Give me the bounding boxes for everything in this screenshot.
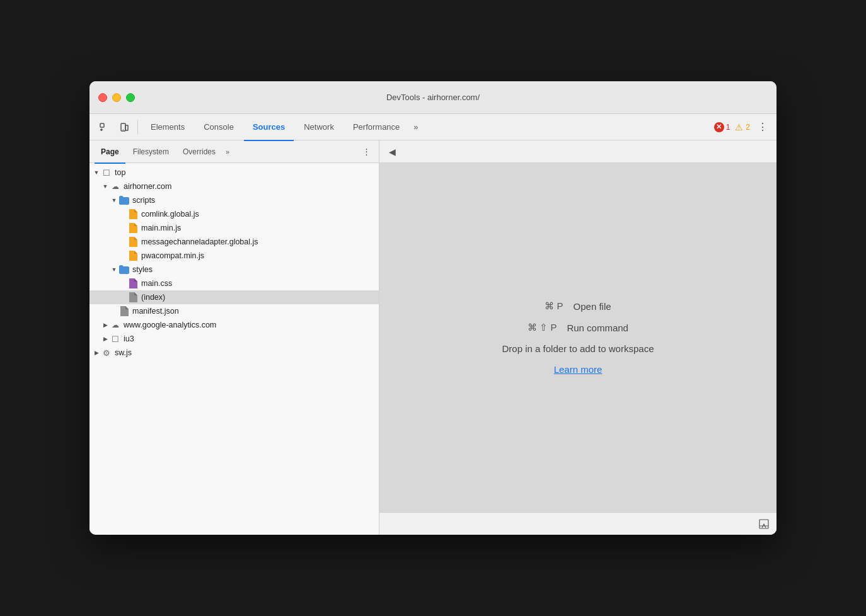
tree-label-main-min: main.min.js <box>141 224 181 232</box>
cloud-icon-google-analytics: ☁ <box>110 319 121 331</box>
right-panel: ◀ ⌘ P Open file ⌘ ⇧ P Run command Drop i… <box>379 140 777 535</box>
tree-label-airhorner: airhorner.com <box>124 182 171 191</box>
panel-dots-button[interactable]: ⋮ <box>359 144 374 159</box>
error-badge[interactable]: ✕ 1 <box>714 122 730 132</box>
sources-sidebar-toggle[interactable]: ◀ <box>384 144 400 159</box>
inspect-element-button[interactable] <box>95 118 113 136</box>
error-icon: ✕ <box>714 122 724 132</box>
tree-label-manifest: manifest.json <box>132 307 179 316</box>
right-panel-bottom <box>379 512 777 535</box>
svg-rect-0 <box>100 123 104 127</box>
tab-elements[interactable]: Elements <box>142 115 193 141</box>
arrow-iu3: ▶ <box>101 336 110 342</box>
tab-console[interactable]: Console <box>195 115 243 141</box>
svg-rect-2 <box>125 125 128 130</box>
tree-item-iu3[interactable]: ▶ ☐ iu3 <box>89 332 379 346</box>
folder-box-icon-iu3: ☐ <box>110 333 121 345</box>
warning-icon: ⚠ <box>734 122 744 132</box>
toolbar-more-tabs[interactable]: » <box>410 122 422 132</box>
window-title: DevTools - airhorner.com/ <box>386 93 480 102</box>
console-drawer-toggle[interactable] <box>756 516 771 532</box>
tree-item-airhorner[interactable]: ▼ ☁ airhorner.com <box>89 180 379 193</box>
tree-item-sw-js[interactable]: ▶ ⚙ sw.js <box>89 346 379 360</box>
tab-network[interactable]: Network <box>295 115 343 141</box>
tree-label-pwacompat: pwacompat.min.js <box>141 251 204 260</box>
file-icon-comlink <box>127 208 139 220</box>
folder-icon-styles <box>118 264 130 275</box>
more-options-button[interactable]: ⋮ <box>754 118 771 136</box>
tree-item-comlink[interactable]: comlink.global.js <box>89 207 379 221</box>
tree-item-styles[interactable]: ▼ styles <box>89 263 379 277</box>
arrow-sw-js: ▶ <box>92 350 101 356</box>
traffic-lights <box>98 93 135 102</box>
folder-icon-scripts <box>118 195 130 206</box>
shortcut-open-file: ⌘ P Open file <box>545 300 611 312</box>
tree-label-scripts: scripts <box>132 196 155 205</box>
toolbar-divider-1 <box>137 120 138 134</box>
arrow-scripts: ▼ <box>110 197 118 203</box>
file-icon-main-css <box>127 278 139 289</box>
tree-label-top: top <box>115 168 125 177</box>
svg-point-3 <box>123 129 124 130</box>
tree-item-top[interactable]: ▼ ☐ top <box>89 166 379 180</box>
device-toggle-button[interactable] <box>115 118 134 136</box>
tree-item-pwacompat[interactable]: pwacompat.min.js <box>89 249 379 263</box>
tree-item-main-css[interactable]: main.css <box>89 277 379 290</box>
tab-page[interactable]: Page <box>95 141 125 164</box>
maximize-button[interactable] <box>126 93 135 102</box>
toolbar-right: ✕ 1 ⚠ 2 ⋮ <box>714 118 771 136</box>
right-panel-content: ⌘ P Open file ⌘ ⇧ P Run command Drop in … <box>379 163 777 512</box>
left-panel: Page Filesystem Overrides » ⋮ ▼ ☐ top <box>89 140 379 535</box>
panel-more-tabs[interactable]: » <box>223 148 232 156</box>
arrow-styles: ▼ <box>110 266 118 273</box>
panel-tab-actions: ⋮ <box>359 144 374 159</box>
file-icon-main-min <box>127 222 139 234</box>
drop-folder-text: Drop in a folder to add to workspace <box>502 343 654 354</box>
tree-label-index: (index) <box>141 293 165 302</box>
shortcut-run-command: ⌘ ⇧ P Run command <box>528 322 628 333</box>
tree-label-messageadapter: messagechanneladapter.global.js <box>141 237 258 246</box>
tree-label-main-css: main.css <box>141 279 172 288</box>
learn-more-link[interactable]: Learn more <box>554 364 603 375</box>
tab-filesystem[interactable]: Filesystem <box>127 141 175 164</box>
tab-performance[interactable]: Performance <box>344 115 408 141</box>
file-tree: ▼ ☐ top ▼ ☁ airhorner.com ▼ <box>89 163 379 535</box>
tree-label-comlink: comlink.global.js <box>141 210 199 219</box>
title-bar: DevTools - airhorner.com/ <box>89 81 777 114</box>
tab-sources[interactable]: Sources <box>244 115 294 141</box>
error-count: 1 <box>726 123 730 132</box>
tree-item-messageadapter[interactable]: messagechanneladapter.global.js <box>89 235 379 249</box>
tree-item-scripts[interactable]: ▼ scripts <box>89 193 379 207</box>
tree-label-google-analytics: www.google-analytics.com <box>124 321 216 329</box>
tree-item-manifest[interactable]: manifest.json <box>89 304 379 318</box>
open-file-label: Open file <box>574 301 611 312</box>
warning-badge[interactable]: ⚠ 2 <box>734 122 750 132</box>
folder-box-icon-top: ☐ <box>101 167 112 178</box>
run-command-keys: ⌘ ⇧ P <box>528 322 557 333</box>
tree-label-sw-js: sw.js <box>115 348 132 357</box>
open-file-keys: ⌘ P <box>545 300 563 312</box>
cloud-icon-airhorner: ☁ <box>110 181 121 192</box>
file-icon-manifest <box>118 305 130 317</box>
tree-item-google-analytics[interactable]: ▶ ☁ www.google-analytics.com <box>89 318 379 332</box>
right-panel-toolbar: ◀ <box>379 140 777 163</box>
file-icon-messageadapter <box>127 236 139 248</box>
run-command-label: Run command <box>567 322 628 333</box>
devtools-window: DevTools - airhorner.com/ Elements Conso… <box>89 81 777 535</box>
main-content: Page Filesystem Overrides » ⋮ ▼ ☐ top <box>89 140 777 535</box>
file-icon-pwacompat <box>127 250 139 261</box>
arrow-top: ▼ <box>92 169 101 176</box>
minimize-button[interactable] <box>112 93 121 102</box>
warning-count: 2 <box>746 123 750 132</box>
tree-item-main-min[interactable]: main.min.js <box>89 221 379 235</box>
tree-label-styles: styles <box>132 265 153 274</box>
main-toolbar: Elements Console Sources Network Perform… <box>89 114 777 140</box>
tab-overrides[interactable]: Overrides <box>176 141 222 164</box>
arrow-google-analytics: ▶ <box>101 322 110 328</box>
tree-label-iu3: iu3 <box>124 334 134 343</box>
gear-icon-sw-js: ⚙ <box>101 347 112 358</box>
close-button[interactable] <box>98 93 107 102</box>
panel-tabs: Page Filesystem Overrides » ⋮ <box>89 140 379 163</box>
tree-item-index[interactable]: (index) <box>89 290 379 304</box>
arrow-airhorner: ▼ <box>101 183 110 190</box>
